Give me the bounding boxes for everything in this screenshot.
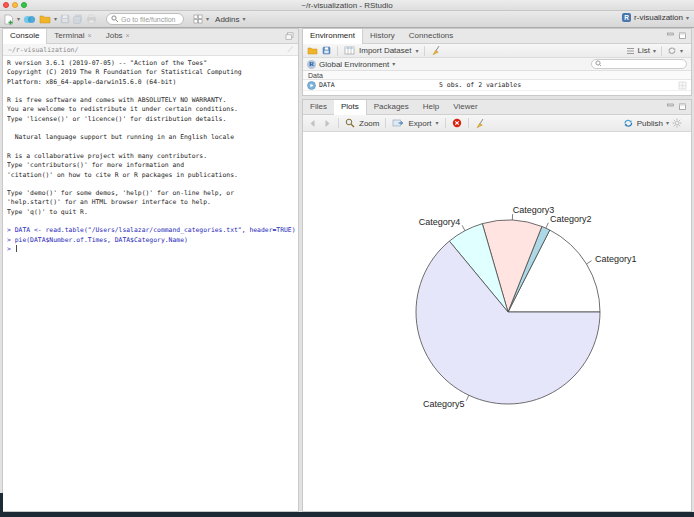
tab-history[interactable]: History [363, 29, 402, 43]
export-plot-caret-icon[interactable]: ▾ [436, 120, 439, 126]
data-section-header: Data [303, 71, 691, 80]
working-directory[interactable]: ~/r-visualization/ [8, 46, 78, 54]
pie-label-tick [546, 223, 548, 228]
working-directory-bar: ~/r-visualization/ ⟋ [3, 44, 298, 56]
pie-chart: Category1Category2Category3Category4Cate… [303, 132, 691, 511]
refresh-icon[interactable] [667, 46, 677, 55]
console-output-line [7, 87, 296, 96]
list-icon [626, 47, 635, 55]
pane-layout-caret-icon[interactable]: ▾ [206, 16, 209, 22]
minimize-pane-icon[interactable] [666, 103, 675, 111]
pane-layout-icon[interactable] [193, 14, 203, 24]
environment-scope-bar: R Global Environment ▾ [303, 58, 691, 71]
save-icon [60, 14, 70, 24]
project-menu-button[interactable]: R r-visualization ▾ [622, 13, 689, 22]
console-output-line: Type 'license()' or 'licence()' for dist… [7, 115, 296, 124]
tab-environment[interactable]: Environment [303, 29, 363, 44]
open-file-icon[interactable] [39, 14, 51, 24]
console-output-line: R is a collaborative project with many c… [7, 152, 296, 161]
addins-button[interactable]: Addins [215, 15, 239, 24]
clear-plots-icon[interactable] [475, 118, 486, 129]
new-file-caret-icon[interactable]: ▾ [17, 16, 20, 22]
pie-label-tick [462, 225, 465, 230]
next-plot-icon [322, 119, 332, 128]
addins-caret-icon[interactable]: ▾ [243, 16, 246, 22]
window-edge-notch [0, 493, 3, 512]
new-project-icon[interactable] [23, 14, 36, 25]
tab-close-icon[interactable]: × [88, 32, 92, 39]
open-file-caret-icon[interactable]: ▾ [54, 16, 57, 22]
console-output-line: Type 'q()' to quit R. [7, 208, 296, 217]
expand-object-icon[interactable] [307, 81, 316, 90]
list-view-button[interactable]: List [638, 46, 650, 55]
tab-close-icon[interactable]: × [126, 32, 130, 39]
tab-connections[interactable]: Connections [402, 29, 460, 43]
tab-files[interactable]: Files [303, 100, 334, 114]
plots-toolbar: Zoom Export ▾ Publish ▾ [303, 115, 691, 132]
console-input-line: > DATA <- read.table("/Users/lsalazar/co… [7, 226, 296, 235]
save-all-icon [73, 14, 83, 24]
environment-object-row[interactable]: DATA 5 obs. of 2 variables [303, 80, 691, 91]
pie-label-tick [466, 395, 469, 400]
zoom-plot-button[interactable]: Zoom [359, 119, 379, 128]
tab-terminal[interactable]: Terminal× [47, 29, 98, 43]
r-logo-icon: R [307, 60, 316, 69]
console-output-line [7, 180, 296, 189]
console-output-line: R version 3.6.1 (2019-07-05) -- "Action … [7, 59, 296, 68]
object-summary: 5 obs. of 2 variables [439, 81, 521, 89]
publish-caret-icon[interactable]: ▾ [666, 120, 669, 126]
save-workspace-icon[interactable] [322, 46, 331, 55]
zoom-plot-icon[interactable] [345, 118, 355, 128]
console-output-line [7, 217, 296, 226]
pie-label: Category1 [595, 254, 637, 264]
gear-icon[interactable] [672, 118, 682, 128]
maximize-pane-icon[interactable] [678, 103, 687, 111]
console-pane-icon: ⟋ [287, 45, 293, 55]
pie-label: Category3 [513, 205, 555, 215]
environment-scope-caret-icon[interactable]: ▾ [392, 61, 395, 67]
maximize-pane-icon[interactable] [678, 32, 687, 40]
import-dataset-button[interactable]: Import Dataset [359, 46, 411, 55]
goto-file-input[interactable]: Go to file/function [106, 13, 184, 25]
export-plot-button[interactable]: Export [408, 119, 431, 128]
environment-toolbar: Import Dataset ▾ List ▾ ▾ [303, 44, 691, 58]
tab-console[interactable]: Console [3, 29, 47, 44]
previous-plot-icon [308, 119, 318, 128]
environment-search-input[interactable] [603, 61, 683, 68]
refresh-caret-icon[interactable]: ▾ [680, 48, 683, 54]
console-output[interactable]: R version 3.6.1 (2019-07-05) -- "Action … [7, 59, 296, 509]
list-view-caret-icon[interactable]: ▾ [653, 48, 656, 54]
remove-plot-icon[interactable] [452, 118, 462, 128]
grid-view-icon[interactable] [678, 76, 687, 94]
tab-plots[interactable]: Plots [334, 100, 367, 115]
console-output-line: Natural language support but running in … [7, 133, 296, 142]
console-output-line: Copyright (C) 2019 The R Foundation for … [7, 68, 296, 77]
import-dataset-caret-icon[interactable]: ▾ [415, 48, 418, 54]
goto-file-icon [111, 15, 119, 23]
titlebar: ~/r-visualization - RStudio [0, 0, 694, 11]
load-workspace-icon[interactable] [307, 46, 318, 55]
tab-packages[interactable]: Packages [367, 100, 416, 114]
console-output-line: 'help.start()' for an HTML browser inter… [7, 198, 296, 207]
console-input-line: > pie(DATA$Number.of.Times, DATA$Categor… [7, 236, 296, 245]
tab-jobs[interactable]: Jobs× [99, 29, 137, 43]
rstudio-window: ~/r-visualization - RStudio ▾ ▾ Go to fi… [0, 0, 694, 517]
goto-file-placeholder: Go to file/function [121, 16, 175, 23]
minimize-pane-icon[interactable] [666, 32, 675, 40]
environment-scope-button[interactable]: Global Environment [319, 60, 389, 69]
plots-panel: Files Plots Packages Help Viewer Zoom Ex… [302, 99, 692, 512]
tab-viewer[interactable]: Viewer [446, 100, 484, 114]
publish-button[interactable]: Publish [637, 119, 663, 128]
project-label: r-visualization [634, 13, 683, 22]
project-icon: R [622, 13, 631, 22]
project-caret-icon: ▾ [686, 15, 689, 21]
plot-canvas: Category1Category2Category3Category4Cate… [303, 132, 691, 511]
tab-help[interactable]: Help [416, 100, 446, 114]
new-file-icon[interactable] [4, 14, 14, 25]
window-title: ~/r-visualization - RStudio [0, 1, 694, 10]
publish-icon [623, 118, 634, 128]
main-toolbar: ▾ ▾ Go to file/function ▾ Addins ▾ R r-v… [0, 11, 694, 28]
maximize-pane-icon[interactable] [285, 32, 294, 40]
object-name: DATA [319, 81, 335, 89]
clear-workspace-icon[interactable] [431, 45, 442, 56]
